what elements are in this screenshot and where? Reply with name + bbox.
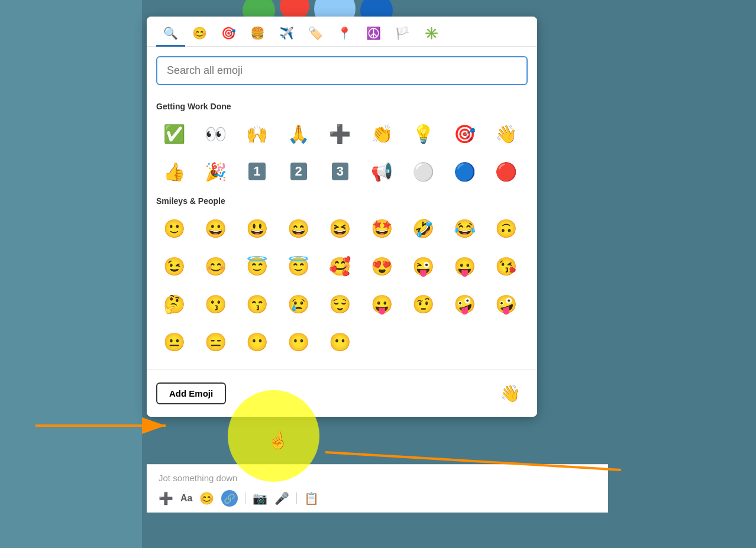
message-toolbar: ➕ Aa 😊 🔗 📷 🎤 📋 [159, 485, 596, 507]
travel-icon: ✈️ [279, 26, 294, 40]
emoji-one[interactable]: 1 [239, 154, 274, 189]
tab-food[interactable]: 🍔 [243, 21, 272, 47]
footer-wave-emoji: 👋 [492, 375, 528, 411]
emoji-eyes[interactable]: 👀 [198, 116, 233, 151]
emoji-adore[interactable]: 🥰 [322, 248, 358, 284]
emoji-wink[interactable]: 😉 [156, 248, 192, 284]
emoji-raised-eyebrow[interactable]: 🤨 [405, 286, 441, 322]
cursor-annotation: ☝️ [266, 429, 289, 452]
emoji-rofl[interactable]: 🤣 [405, 210, 441, 246]
emoji-clouds[interactable]: 😶 [322, 324, 358, 359]
emoji-three[interactable]: 3 [322, 154, 358, 189]
link-button[interactable]: 🔗 [221, 490, 238, 507]
emoji-halo[interactable]: 😇 [239, 248, 274, 284]
emoji-wave[interactable]: 👋 [489, 116, 524, 151]
emoji-smile[interactable]: 😄 [281, 210, 316, 246]
tab-activities[interactable]: 🎯 [214, 21, 243, 47]
toolbar-divider-2 [296, 492, 297, 504]
emoji-smiley[interactable]: 😃 [239, 210, 274, 246]
tab-search[interactable]: 🔍 [156, 21, 185, 47]
note-button[interactable]: 📋 [304, 491, 319, 505]
emoji-picker: 🔍 😊 🎯 🍔 ✈️ 🏷️ 📍 ☮️ 🏳️ ✳️ [147, 17, 537, 417]
emoji-party[interactable]: 🎉 [198, 154, 233, 189]
toolbar-divider [245, 492, 245, 504]
places-icon: 📍 [337, 26, 352, 40]
message-input-area: Jot something down ➕ Aa 😊 🔗 📷 🎤 📋 [147, 464, 608, 513]
objects-icon: 🏷️ [308, 26, 323, 40]
emoji-white-circle[interactable]: ⚪ [405, 154, 441, 189]
picker-footer: Add Emoji 👋 [147, 369, 537, 417]
message-placeholder: Jot something down [159, 471, 596, 485]
emoji-starstruck[interactable]: 🤩 [364, 210, 399, 246]
emoji-raised-hands[interactable]: 🙌 [239, 116, 274, 151]
search-input[interactable] [156, 56, 528, 85]
slack-icon: ✳️ [424, 26, 439, 40]
emoji-sections: Getting Work Done ✅ 👀 🙌 🙏 ➕ 👏 💡 🎯 👋 👍 🎉 … [147, 95, 537, 369]
flags-icon: 🏳️ [395, 26, 410, 40]
tab-travel[interactable]: ✈️ [272, 21, 301, 47]
emoji-kissing[interactable]: 😘 [489, 248, 524, 284]
emoji-pray[interactable]: 🙏 [281, 116, 316, 151]
emoji-bulb[interactable]: 💡 [405, 116, 441, 151]
tab-flags[interactable]: 🏳️ [388, 21, 417, 47]
emoji-tongue[interactable]: 😛 [364, 286, 399, 322]
emoji-blush[interactable]: 😊 [198, 248, 233, 284]
emoji-clap[interactable]: 👏 [364, 116, 399, 151]
add-emoji-button[interactable]: Add Emoji [156, 382, 226, 404]
category-tabs: 🔍 😊 🎯 🍔 ✈️ 🏷️ 📍 ☮️ 🏳️ ✳️ [147, 17, 537, 47]
symbols-icon: ☮️ [366, 26, 381, 40]
tab-places[interactable]: 📍 [330, 21, 359, 47]
emoji-fade[interactable]: 😶 [281, 324, 316, 359]
tab-smileys[interactable]: 😊 [185, 21, 214, 47]
emoji-zany2[interactable]: 🤪 [489, 286, 524, 322]
search-area [147, 47, 537, 95]
emoji-grinning[interactable]: 😀 [198, 210, 233, 246]
emoji-grid-work: ✅ 👀 🙌 🙏 ➕ 👏 💡 🎯 👋 👍 🎉 1 2 3 📢 ⚪ 🔵 🔴 [156, 116, 528, 189]
emoji-cry[interactable]: 😢 [281, 286, 316, 322]
section-title-work: Getting Work Done [156, 102, 528, 111]
smiley-icon: 😊 [192, 26, 207, 40]
emoji-blue-circle[interactable]: 🔵 [447, 154, 483, 189]
emoji-heart-eyes[interactable]: 😍 [364, 248, 399, 284]
emoji-plus[interactable]: ➕ [322, 116, 358, 151]
format-button[interactable]: Aa [180, 493, 192, 504]
emoji-kissing-smiling[interactable]: 😙 [239, 286, 274, 322]
add-toolbar-button[interactable]: ➕ [159, 491, 173, 505]
emoji-wink2[interactable]: 😜 [405, 248, 441, 284]
emoji-neutral[interactable]: 😐 [156, 324, 192, 359]
tab-slack[interactable]: ✳️ [417, 21, 446, 47]
emoji-red-circle[interactable]: 🔴 [489, 154, 524, 189]
sidebar-background [0, 0, 142, 548]
emoji-zany[interactable]: 🤪 [447, 286, 483, 322]
emoji-toolbar-button[interactable]: 😊 [199, 491, 214, 505]
emoji-megaphone[interactable]: 📢 [364, 154, 399, 189]
emoji-checkmark[interactable]: ✅ [156, 116, 192, 151]
tab-symbols[interactable]: ☮️ [359, 21, 388, 47]
mic-button[interactable]: 🎤 [274, 491, 289, 505]
emoji-laughing[interactable]: 😆 [322, 210, 358, 246]
tab-objects[interactable]: 🏷️ [301, 21, 330, 47]
emoji-joy[interactable]: 😂 [447, 210, 483, 246]
emoji-upside-down[interactable]: 🙃 [489, 210, 524, 246]
search-icon: 🔍 [163, 26, 178, 40]
emoji-slightly-smiling[interactable]: 🙂 [156, 210, 192, 246]
emoji-kissing2[interactable]: 😗 [198, 286, 233, 322]
activities-icon: 🎯 [221, 26, 236, 40]
emoji-target[interactable]: 🎯 [447, 116, 483, 151]
food-icon: 🍔 [250, 26, 265, 40]
section-title-smileys: Smileys & People [156, 196, 528, 206]
emoji-two[interactable]: 2 [281, 154, 316, 189]
camera-button[interactable]: 📷 [253, 491, 267, 505]
emoji-thinking[interactable]: 🤔 [156, 286, 192, 322]
emoji-relieved[interactable]: 😌 [322, 286, 358, 322]
emoji-halo2[interactable]: 😇 [281, 248, 316, 284]
emoji-thumbsup[interactable]: 👍 [156, 154, 192, 189]
emoji-stuck-out[interactable]: 😛 [447, 248, 483, 284]
emoji-expressionless[interactable]: 😑 [198, 324, 233, 359]
emoji-grid-smileys: 🙂 😀 😃 😄 😆 🤩 🤣 😂 🙃 😉 😊 😇 😇 🥰 😍 😜 😛 😘 🤔 😗 … [156, 210, 528, 359]
emoji-no-mouth[interactable]: 😶 [239, 324, 274, 359]
